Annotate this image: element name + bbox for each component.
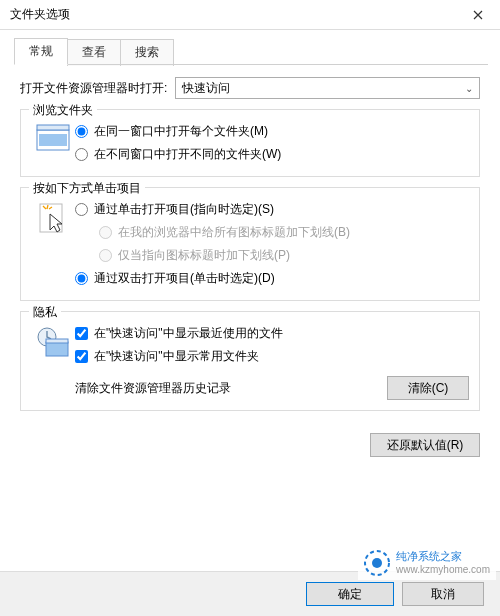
svg-rect-2 <box>37 125 69 130</box>
radio-input <box>99 249 112 262</box>
group-browse: 浏览文件夹 在同一窗口中打开每个文件夹(M) 在不同窗口中打开不同的文件夹(W) <box>20 109 480 177</box>
button-label: 取消 <box>431 586 455 603</box>
radio-diff-window[interactable]: 在不同窗口中打开不同的文件夹(W) <box>75 143 469 166</box>
restore-defaults-button[interactable]: 还原默认值(R) <box>370 433 480 457</box>
select-value: 快速访问 <box>182 80 230 97</box>
clock-folder-icon <box>31 322 75 400</box>
radio-double-click[interactable]: 通过双击打开项目(单击时选定)(D) <box>75 267 469 290</box>
group-title: 浏览文件夹 <box>29 102 97 119</box>
group-click: 按如下方式单击项目 通过单击打开项目(指向时选定)(S) 在我的浏览器中给所有图… <box>20 187 480 301</box>
open-in-row: 打开文件资源管理器时打开: 快速访问 ⌄ <box>20 77 480 99</box>
checkbox-frequent-folders[interactable]: 在"快速访问"中显示常用文件夹 <box>75 345 469 368</box>
radio-same-window[interactable]: 在同一窗口中打开每个文件夹(M) <box>75 120 469 143</box>
folder-icon <box>31 120 75 166</box>
tab-label: 搜索 <box>135 45 159 59</box>
checkbox-input[interactable] <box>75 350 88 363</box>
radio-label: 仅当指向图标标题时加下划线(P) <box>118 247 290 264</box>
tabs: 常规 查看 搜索 <box>0 30 500 65</box>
radio-underline-all: 在我的浏览器中给所有图标标题加下划线(B) <box>75 221 469 244</box>
checkbox-input[interactable] <box>75 327 88 340</box>
radio-label: 在我的浏览器中给所有图标标题加下划线(B) <box>118 224 350 241</box>
radio-input[interactable] <box>75 272 88 285</box>
radio-single-click[interactable]: 通过单击打开项目(指向时选定)(S) <box>75 198 469 221</box>
group-title: 隐私 <box>29 304 61 321</box>
radio-label: 通过双击打开项目(单击时选定)(D) <box>94 270 275 287</box>
tab-general[interactable]: 常规 <box>14 38 68 65</box>
ok-button[interactable]: 确定 <box>306 582 394 606</box>
radio-input[interactable] <box>75 148 88 161</box>
svg-rect-1 <box>39 134 67 146</box>
chevron-down-icon: ⌄ <box>465 83 473 94</box>
watermark: 纯净系统之家 www.kzmyhome.com <box>358 546 496 580</box>
button-label: 还原默认值(R) <box>387 437 464 454</box>
radio-underline-hover: 仅当指向图标标题时加下划线(P) <box>75 244 469 267</box>
clear-history-row: 清除文件资源管理器历史记录 清除(C) <box>75 376 469 400</box>
cursor-icon <box>31 198 75 290</box>
cancel-button[interactable]: 取消 <box>402 582 484 606</box>
checkbox-label: 在"快速访问"中显示最近使用的文件 <box>94 325 283 342</box>
tab-label: 常规 <box>29 44 53 58</box>
clear-button[interactable]: 清除(C) <box>387 376 469 400</box>
logo-icon <box>364 550 390 576</box>
tab-view[interactable]: 查看 <box>67 39 121 66</box>
watermark-brand: 纯净系统之家 <box>396 550 490 563</box>
svg-rect-6 <box>46 339 68 343</box>
radio-label: 在同一窗口中打开每个文件夹(M) <box>94 123 268 140</box>
restore-row: 还原默认值(R) <box>0 429 500 465</box>
button-label: 确定 <box>338 586 362 603</box>
open-in-select[interactable]: 快速访问 ⌄ <box>175 77 480 99</box>
svg-rect-5 <box>46 342 68 356</box>
radio-input[interactable] <box>75 125 88 138</box>
radio-label: 通过单击打开项目(指向时选定)(S) <box>94 201 274 218</box>
svg-point-8 <box>372 558 382 568</box>
close-icon <box>473 10 483 20</box>
close-button[interactable] <box>455 0 500 30</box>
window-title: 文件夹选项 <box>10 6 455 23</box>
button-label: 清除(C) <box>408 380 449 397</box>
checkbox-label: 在"快速访问"中显示常用文件夹 <box>94 348 259 365</box>
open-in-label: 打开文件资源管理器时打开: <box>20 80 167 97</box>
panel-general: 打开文件资源管理器时打开: 快速访问 ⌄ 浏览文件夹 在同一窗口中打开每个文件夹… <box>0 65 500 429</box>
tab-search[interactable]: 搜索 <box>120 39 174 66</box>
tab-label: 查看 <box>82 45 106 59</box>
radio-input <box>99 226 112 239</box>
group-title: 按如下方式单击项目 <box>29 180 145 197</box>
checkbox-recent-files[interactable]: 在"快速访问"中显示最近使用的文件 <box>75 322 469 345</box>
titlebar: 文件夹选项 <box>0 0 500 30</box>
radio-input[interactable] <box>75 203 88 216</box>
watermark-url: www.kzmyhome.com <box>396 564 490 576</box>
radio-label: 在不同窗口中打开不同的文件夹(W) <box>94 146 281 163</box>
clear-history-label: 清除文件资源管理器历史记录 <box>75 380 387 397</box>
group-privacy: 隐私 在"快速访问"中显示最近使用的文件 在"快速访问"中显示常用文件夹 <box>20 311 480 411</box>
